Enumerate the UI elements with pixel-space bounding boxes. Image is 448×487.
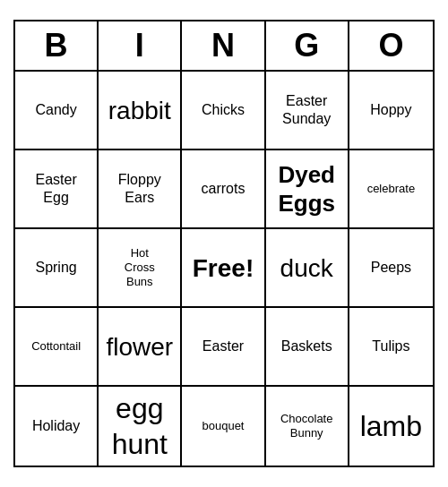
bingo-cell-2: Chicks [182, 72, 265, 150]
cell-text-20: Holiday [32, 417, 80, 435]
cell-text-2: Chicks [202, 101, 245, 119]
bingo-cell-18: Baskets [266, 308, 349, 387]
cell-text-18: Baskets [281, 337, 332, 355]
bingo-cell-6: Floppy Ears [99, 150, 182, 229]
bingo-cell-24: lamb [349, 387, 433, 466]
cell-text-19: Tulips [372, 337, 409, 355]
cell-text-8: Dyed Eggs [278, 160, 335, 218]
cell-text-7: carrots [202, 180, 246, 198]
cell-text-6: Floppy Ears [118, 171, 161, 207]
cell-text-21: egg hunt [112, 390, 168, 462]
bingo-grid: CandyrabbitChicksEaster SundayHoppyEaste… [15, 72, 433, 466]
cell-text-0: Candy [35, 101, 76, 119]
bingo-cell-20: Holiday [15, 387, 99, 466]
bingo-cell-5: Easter Egg [15, 150, 99, 229]
bingo-cell-12: Free! [182, 229, 265, 308]
header-g: G [266, 21, 349, 70]
cell-text-10: Spring [35, 259, 76, 277]
bingo-cell-17: Easter [182, 308, 265, 387]
bingo-cell-8: Dyed Eggs [266, 150, 349, 229]
bingo-cell-16: flower [99, 308, 182, 387]
cell-text-14: Peeps [371, 259, 411, 277]
bingo-cell-14: Peeps [349, 229, 433, 308]
cell-text-17: Easter [202, 337, 244, 355]
bingo-header: B I N G O [15, 21, 433, 72]
bingo-cell-19: Tulips [349, 308, 433, 387]
cell-text-9: celebrate [367, 182, 415, 196]
bingo-cell-13: duck [266, 229, 349, 308]
bingo-cell-0: Candy [15, 72, 99, 150]
header-i: I [99, 21, 182, 70]
bingo-cell-22: bouquet [182, 387, 265, 466]
cell-text-24: lamb [360, 408, 422, 444]
header-n: N [182, 21, 265, 70]
cell-text-15: Cottontail [31, 339, 81, 354]
bingo-cell-21: egg hunt [99, 387, 182, 466]
bingo-cell-11: Hot Cross Buns [99, 229, 182, 308]
bingo-card: B I N G O CandyrabbitChicksEaster Sunday… [13, 20, 435, 467]
header-b: B [15, 21, 99, 70]
bingo-cell-9: celebrate [349, 150, 433, 229]
bingo-cell-3: Easter Sunday [266, 72, 349, 150]
cell-text-23: Chocolate Bunny [280, 412, 333, 441]
bingo-cell-1: rabbit [99, 72, 182, 150]
header-o: O [349, 21, 433, 70]
bingo-cell-4: Hoppy [349, 72, 433, 150]
cell-text-12: Free! [193, 252, 254, 284]
cell-text-22: bouquet [202, 419, 244, 433]
bingo-cell-7: carrots [182, 150, 265, 229]
bingo-cell-15: Cottontail [15, 308, 99, 387]
cell-text-3: Easter Sunday [282, 92, 331, 128]
cell-text-5: Easter Egg [35, 171, 76, 207]
cell-text-1: rabbit [108, 95, 171, 126]
cell-text-4: Hoppy [370, 101, 411, 119]
bingo-cell-10: Spring [15, 229, 99, 308]
bingo-cell-23: Chocolate Bunny [266, 387, 349, 466]
cell-text-11: Hot Cross Buns [125, 246, 155, 290]
cell-text-13: duck [280, 252, 333, 284]
cell-text-16: flower [106, 331, 173, 363]
